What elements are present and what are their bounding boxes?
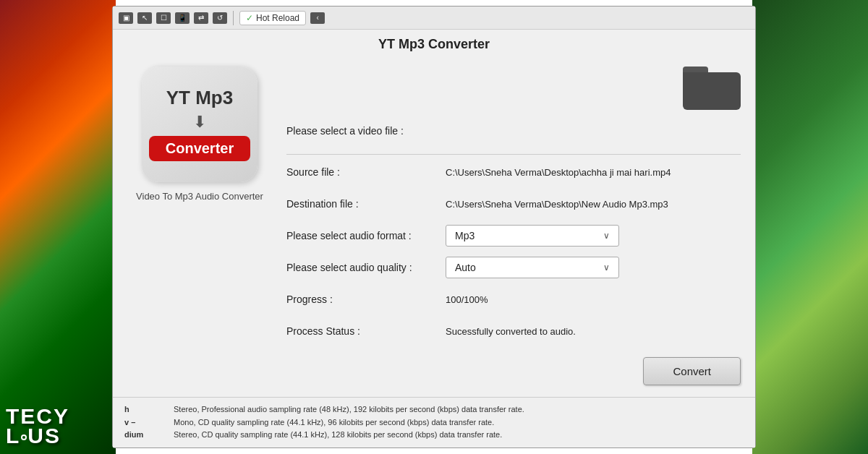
phone-icon[interactable]: 📱 xyxy=(175,12,190,24)
destination-file-row: Destination file : C:\Users\Sneha Verma\… xyxy=(286,192,741,215)
logo-arrow-icon: ⬇ xyxy=(193,113,206,132)
source-file-value: C:\Users\Sneha Verma\Desktop\achha ji ma… xyxy=(446,167,741,178)
destination-file-value: C:\Users\Sneha Verma\Desktop\New Audio M… xyxy=(446,199,741,210)
folder-body xyxy=(683,72,741,110)
select-file-label: Please select a video file : xyxy=(286,125,446,137)
audio-quality-value: Auto xyxy=(455,262,476,273)
logo-text-top: YT Mp3 xyxy=(166,87,233,108)
audio-format-value: Mp3 xyxy=(455,230,475,241)
content-area: YT Mp3 ⬇ Converter Video To Mp3 Audio Co… xyxy=(113,59,755,397)
format-dropdown-arrow: ∨ xyxy=(603,231,610,241)
checkbox-icon[interactable]: ☐ xyxy=(156,12,171,24)
audio-quality-label: Please select audio quality : xyxy=(286,262,446,273)
divider-1 xyxy=(286,154,741,155)
toolbar: ▣ ↖ ☐ 📱 ⇄ ↺ ✓ Hot Reload ‹ xyxy=(113,7,755,30)
source-file-label: Source file : xyxy=(286,166,446,178)
progress-row: Progress : 100/100% xyxy=(286,288,741,311)
destination-file-label: Destination file : xyxy=(286,198,446,210)
audio-format-select[interactable]: Mp3 ∨ xyxy=(446,225,619,247)
cursor-icon[interactable]: ↖ xyxy=(137,12,152,24)
audio-quality-row: Please select audio quality : Auto ∨ xyxy=(286,256,741,279)
app-title: YT Mp3 Converter xyxy=(113,30,755,59)
info-label-1: h xyxy=(124,403,168,416)
logo-subtitle: Video To Mp3 Audio Converter xyxy=(136,191,263,202)
right-panel: Please select a video file : Source file… xyxy=(286,67,741,390)
check-icon: ✓ xyxy=(246,13,253,23)
watermark-line1: TECY xyxy=(6,406,69,426)
background-left xyxy=(0,0,116,454)
app-window: ▣ ↖ ☐ 📱 ⇄ ↺ ✓ Hot Reload ‹ YT Mp3 Conver… xyxy=(112,6,756,448)
folder-icon[interactable] xyxy=(683,67,741,113)
hot-reload-label: Hot Reload xyxy=(256,13,299,23)
status-value: Sucessfully converted to audio. xyxy=(446,326,741,337)
app-logo: YT Mp3 ⬇ Converter xyxy=(142,67,258,182)
audio-format-label: Please select audio format : xyxy=(286,230,446,241)
watermark-line2: LUS xyxy=(6,426,69,445)
quality-dropdown-arrow: ∨ xyxy=(603,262,610,273)
watermark: TECY LUS xyxy=(6,406,69,445)
info-row-1: h Stereo, Professional audio sampling ra… xyxy=(124,403,744,416)
convert-button[interactable]: Convert xyxy=(643,357,741,385)
logo-text-bottom: Converter xyxy=(149,136,250,161)
info-row-2: v – Mono, CD quality sampling rate (44.1… xyxy=(124,416,744,429)
background-right xyxy=(752,0,868,454)
convert-row: Convert xyxy=(286,357,741,385)
left-panel: YT Mp3 ⬇ Converter Video To Mp3 Audio Co… xyxy=(127,67,272,390)
progress-value: 100/100% xyxy=(446,294,741,305)
folder-row xyxy=(286,67,741,113)
audio-format-row: Please select audio format : Mp3 ∨ xyxy=(286,224,741,247)
info-text-1: Stereo, Professional audio sampling rate… xyxy=(174,403,524,416)
separator xyxy=(233,11,234,25)
screen-icon[interactable]: ▣ xyxy=(119,12,133,24)
refresh-icon[interactable]: ↺ xyxy=(213,12,227,24)
select-file-row: Please select a video file : xyxy=(286,119,741,142)
info-label-2: v – xyxy=(124,416,168,429)
bottom-info-strip: h Stereo, Professional audio sampling ra… xyxy=(113,397,755,447)
info-label-3: dium xyxy=(124,429,168,442)
status-label: Process Status : xyxy=(286,325,446,337)
swap-icon[interactable]: ⇄ xyxy=(194,12,208,24)
hot-reload-button[interactable]: ✓ Hot Reload xyxy=(239,11,306,25)
progress-label: Progress : xyxy=(286,294,446,305)
info-text-3: Stereo, CD quality sampling rate (44.1 k… xyxy=(174,429,502,442)
audio-quality-select[interactable]: Auto ∨ xyxy=(446,257,619,278)
info-text-2: Mono, CD quality sampling rate (44.1 kHz… xyxy=(174,416,494,429)
source-file-row: Source file : C:\Users\Sneha Verma\Deskt… xyxy=(286,160,741,184)
status-row: Process Status : Sucessfully converted t… xyxy=(286,320,741,343)
collapse-icon[interactable]: ‹ xyxy=(310,12,325,24)
info-row-3: dium Stereo, CD quality sampling rate (4… xyxy=(124,429,744,442)
